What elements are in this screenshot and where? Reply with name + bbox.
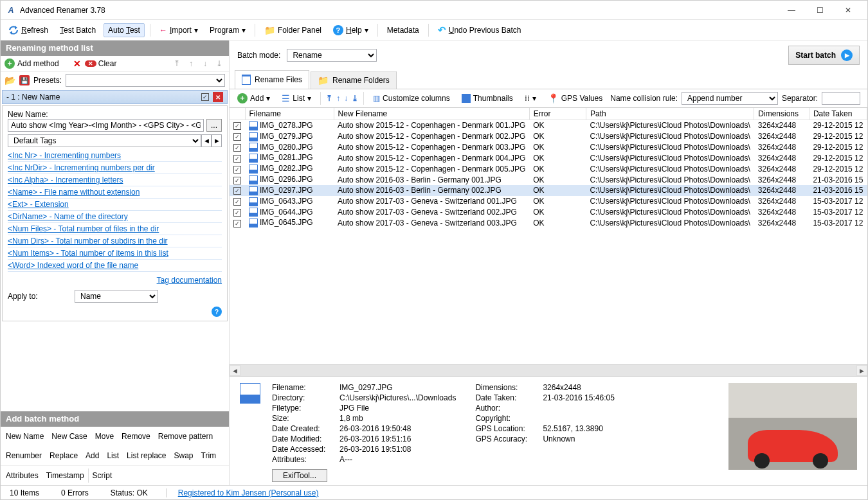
sort-bottom-button[interactable]: ⤓ [352,94,358,103]
exiftool-button[interactable]: ExifTool... [272,469,327,482]
batch-mode-select[interactable]: Rename [287,49,377,62]
column-header[interactable]: Path [586,108,754,120]
batch-method-attributes[interactable]: Attributes [2,469,42,483]
batch-method-script[interactable]: Script [88,469,116,483]
batch-method-renumber[interactable]: Renumber [2,449,46,463]
method-help-icon[interactable]: ? [212,307,222,317]
table-row[interactable]: ✓ IMG_0297.JPG Auto show 2016-03 - Berli… [230,185,867,196]
tag-link[interactable]: <Inc Nr> - Incrementing numbers [8,150,222,162]
column-header[interactable]: Error [529,108,586,120]
batch-method-new-name[interactable]: New Name [2,429,48,443]
row-checkbox[interactable]: ✓ [233,198,241,206]
list-button[interactable]: ☰List▾ [278,91,315,105]
tag-link[interactable]: <Ext> - Extension [8,199,222,211]
thumbnails-button[interactable]: Thumbnails [458,92,517,105]
sort-up-button[interactable]: ↑ [336,94,340,103]
tab-rename-files[interactable]: Rename Files [235,70,309,89]
move-down-button[interactable]: ↓ [199,58,211,69]
row-checkbox[interactable]: ✓ [233,187,241,195]
table-row[interactable]: ✓ IMG_0643.JPG Auto show 2017-03 - Genev… [230,196,867,207]
tag-link[interactable]: <Inc NrDir> - Incrementing numbers per d… [8,162,222,174]
tag-link[interactable]: <DirName> - Name of the directory [8,211,222,223]
folder-panel-button[interactable]: 📁 Folder Panel [260,23,325,37]
close-button[interactable]: ✕ [834,1,862,19]
batch-method-add[interactable]: Add [82,449,103,463]
tag-prev-button[interactable]: ◀ [201,134,212,147]
new-name-input[interactable] [8,119,204,132]
display-options-button[interactable]: ⁞⁞▾ [521,92,540,105]
table-row[interactable]: ✓ IMG_0645.JPG Auto show 2017-03 - Genev… [230,217,867,228]
tag-link[interactable]: <Num Files> - Total number of files in t… [8,223,222,235]
delete-method-button[interactable]: ✕ [73,58,81,69]
apply-to-select[interactable]: Name [75,290,158,303]
batch-method-remove[interactable]: Remove [118,429,154,443]
preview-thumbnail[interactable] [728,383,857,470]
tags-dropdown[interactable]: Default Tags [8,134,201,147]
tab-rename-folders[interactable]: 📁 Rename Folders [311,71,397,89]
row-checkbox[interactable]: ✓ [233,155,241,163]
batch-method-replace[interactable]: Replace [46,449,82,463]
test-batch-button[interactable]: Test Batch [56,24,100,37]
row-checkbox[interactable]: ✓ [233,122,241,130]
table-row[interactable]: ✓ IMG_0279.JPG Auto show 2015-12 - Copen… [230,131,867,142]
tag-link[interactable]: <Num Dirs> - Total number of subdirs in … [8,235,222,247]
batch-method-remove-pattern[interactable]: Remove pattern [154,429,217,443]
customize-columns-button[interactable]: ▥Customize columns [369,92,454,105]
row-checkbox[interactable]: ✓ [233,133,241,141]
batch-method-list-replace[interactable]: List replace [123,449,170,463]
column-header[interactable]: Date Taken [809,108,867,120]
tag-link[interactable]: <Word> Indexed word of the file name [8,260,222,272]
tag-doc-link[interactable]: Tag documentation [157,276,222,285]
row-checkbox[interactable]: ✓ [233,220,241,228]
column-header[interactable]: New Filename [334,108,529,120]
program-button[interactable]: Program▾ [206,24,249,37]
row-checkbox[interactable]: ✓ [233,166,241,174]
auto-test-button[interactable]: Auto Test [104,23,145,37]
minimize-button[interactable]: — [777,1,806,19]
tag-link[interactable]: <Inc Alpha> - Incrementing letters [8,174,222,186]
metadata-button[interactable]: Metadata [383,24,423,37]
batch-method-new-case[interactable]: New Case [48,429,91,443]
row-checkbox[interactable]: ✓ [233,209,241,217]
row-checkbox[interactable]: ✓ [233,177,241,184]
tag-link[interactable]: <Name> - File name without extension [8,186,222,199]
import-button[interactable]: ← Import▾ [156,24,202,37]
method-enable-checkbox[interactable]: ✓ [201,93,209,101]
refresh-button[interactable]: Refresh [5,23,52,37]
add-method-button[interactable]: + Add method [5,58,59,69]
save-preset-icon[interactable]: 💾 [19,75,30,85]
undo-button[interactable]: ↶ Undo Previous Batch [434,22,525,38]
tag-next-button[interactable]: ▶ [212,134,222,147]
move-up-button[interactable]: ↑ [185,58,197,69]
table-row[interactable]: ✓ IMG_0282.JPG Auto show 2015-12 - Copen… [230,163,867,174]
collision-select[interactable]: Append number [682,92,778,105]
open-preset-icon[interactable]: 📂 [5,75,15,85]
column-header[interactable]: Filename [245,108,334,120]
maximize-button[interactable]: ☐ [806,1,834,19]
file-grid[interactable]: FilenameNew FilenameErrorPathDimensionsD… [230,108,867,365]
batch-method-timestamp[interactable]: Timestamp [42,469,88,483]
batch-method-trim[interactable]: Trim [197,449,221,463]
clear-button[interactable]: ✕ Clear [85,59,117,68]
horizontal-scrollbar[interactable]: ◀▶ [230,365,867,376]
add-files-button[interactable]: +Add▾ [233,91,274,105]
row-checkbox[interactable]: ✓ [233,144,241,152]
tag-link[interactable]: <Num Items> - Total number of items in t… [8,247,222,260]
batch-method-move[interactable]: Move [91,429,118,443]
registered-link[interactable]: Registered to Kim Jensen (Personal use) [178,488,319,497]
method-close-button[interactable]: ✕ [213,92,223,102]
help-button[interactable]: ? Help▾ [329,23,372,37]
batch-method-list[interactable]: List [103,449,123,463]
start-batch-button[interactable]: Start batch ▶ [788,46,860,65]
table-row[interactable]: ✓ IMG_0281.JPG Auto show 2015-12 - Copen… [230,152,867,163]
table-row[interactable]: ✓ IMG_0644.JPG Auto show 2017-03 - Genev… [230,207,867,218]
method-header[interactable]: - 1 : New Name ✓ ✕ [2,90,228,104]
new-name-more-button[interactable]: ... [206,119,222,132]
table-row[interactable]: ✓ IMG_0278.JPG Auto show 2015-12 - Copen… [230,120,867,131]
move-top-button[interactable]: ⤒ [171,58,183,69]
batch-method-swap[interactable]: Swap [170,449,197,463]
table-row[interactable]: ✓ IMG_0296.JPG Auto show 2016-03 - Berli… [230,174,867,185]
column-header[interactable]: Dimensions [754,108,809,120]
table-row[interactable]: ✓ IMG_0280.JPG Auto show 2015-12 - Copen… [230,142,867,153]
move-bottom-button[interactable]: ⤓ [213,58,225,69]
